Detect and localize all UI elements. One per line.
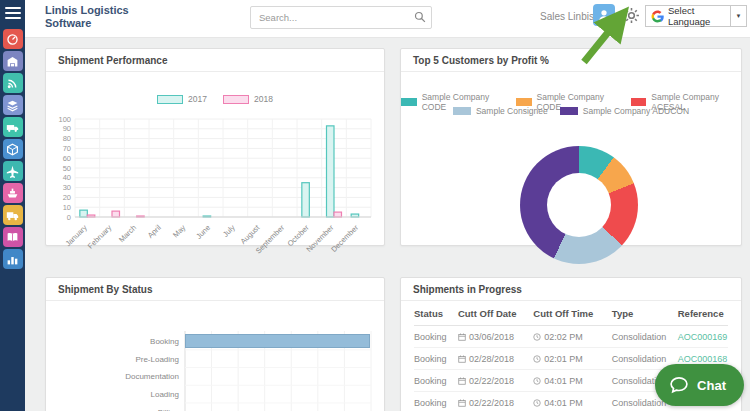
table-row: Booking03/06/201802:02 PMConsolidationAO… xyxy=(414,326,728,348)
table-cell: 02/28/2018 xyxy=(458,348,533,370)
svg-text:May: May xyxy=(171,223,188,240)
legend-swatch xyxy=(453,107,471,115)
clock-icon xyxy=(533,355,541,363)
panel-title: Shipment Performance xyxy=(46,49,384,72)
legend-item: 2017 xyxy=(157,94,207,104)
svg-text:April: April xyxy=(146,223,163,240)
svg-text:60: 60 xyxy=(63,154,71,163)
user-name-label: Sales Linbis xyxy=(540,11,594,22)
table-cell: 04:01 PM xyxy=(533,370,612,392)
panel-title: Shipments in Progress xyxy=(401,278,741,301)
top-customers-donut-chart: Sample Company CODESample Company CODESa… xyxy=(401,72,741,245)
panel-shipment-by-status: Shipment By Status BookingPre-LoadingDoc… xyxy=(45,277,385,411)
status-bar-Booking xyxy=(186,335,370,348)
svg-text:March: March xyxy=(117,223,138,244)
menu-hamburger-icon[interactable] xyxy=(5,7,21,19)
package-icon xyxy=(6,143,19,156)
app-title: Linbis Logistics Software xyxy=(45,4,129,30)
search-input[interactable] xyxy=(250,6,432,29)
svg-text:0: 0 xyxy=(67,213,71,222)
legend-swatch xyxy=(157,95,183,104)
ship-icon xyxy=(6,187,19,200)
dashboard-icon xyxy=(6,33,19,46)
bar-2017-November xyxy=(327,126,335,217)
table-cell: 02/22/2018 xyxy=(458,392,533,411)
legend-swatch xyxy=(401,98,417,106)
language-caret-icon[interactable]: ▼ xyxy=(730,6,746,26)
van-icon xyxy=(6,121,19,134)
search-icon[interactable] xyxy=(414,11,426,23)
panel-title: Top 5 Customers by Profit % xyxy=(401,49,741,72)
legend-swatch xyxy=(631,98,647,106)
chat-button[interactable]: Chat xyxy=(655,364,744,406)
donut-chart xyxy=(520,146,638,264)
svg-text:July: July xyxy=(221,223,237,239)
user-avatar[interactable] xyxy=(593,4,615,26)
sidebar-item-airplane[interactable] xyxy=(3,161,23,181)
column-header: Cutt Off Time xyxy=(533,301,612,326)
clock-icon xyxy=(533,333,541,341)
clock-icon xyxy=(533,399,541,407)
table-cell: Booking xyxy=(414,348,458,370)
table-cell: Booking xyxy=(414,392,458,411)
sidebar-item-layers[interactable] xyxy=(3,95,23,115)
bar-2018-February xyxy=(112,211,120,217)
table-cell: 03/06/2018 xyxy=(458,326,533,348)
svg-text:70: 70 xyxy=(63,144,71,153)
svg-text:30: 30 xyxy=(63,183,71,192)
bar-2018-November xyxy=(334,212,342,217)
svg-text:50: 50 xyxy=(63,164,71,173)
legend-swatch xyxy=(223,95,249,104)
language-selector[interactable]: Select Language ▼ xyxy=(645,5,747,27)
calendar-icon xyxy=(458,377,466,385)
bar-2017-January xyxy=(80,210,88,217)
svg-text:10: 10 xyxy=(63,203,71,212)
table-cell: AOC000169 xyxy=(678,326,728,348)
sidebar-item-dashboard[interactable] xyxy=(3,29,23,49)
sidebar-item-book[interactable] xyxy=(3,227,23,247)
table-cell: 02:02 PM xyxy=(533,326,612,348)
warehouse-icon xyxy=(6,55,19,68)
svg-text:June: June xyxy=(194,223,212,241)
svg-text:February: February xyxy=(86,223,114,251)
sidebar-item-chart[interactable] xyxy=(3,249,23,269)
sidebar-item-truck[interactable] xyxy=(3,205,23,225)
sidebar-item-wireless[interactable] xyxy=(3,73,23,93)
sidebar-item-ship[interactable] xyxy=(3,183,23,203)
person-icon xyxy=(597,8,611,22)
wireless-icon xyxy=(6,77,19,90)
legend-label: Sample Consignee xyxy=(476,106,548,116)
sidebar-item-package[interactable] xyxy=(3,139,23,159)
settings-gear-icon[interactable] xyxy=(623,7,640,28)
legend-item: Sample Company ADUCON xyxy=(560,106,689,116)
chart-legend: Sample ConsigneeSample Company ADUCON xyxy=(401,106,741,116)
calendar-icon xyxy=(458,333,466,341)
sidebar-item-warehouse[interactable] xyxy=(3,51,23,71)
sidebar-item-van[interactable] xyxy=(3,117,23,137)
shipment-status-chart: BookingPre-LoadingDocumentationLoadingBi… xyxy=(46,301,384,411)
google-logo-icon xyxy=(651,10,664,23)
svg-text:Loading: Loading xyxy=(151,390,179,399)
table-cell: Booking xyxy=(414,326,458,348)
shipment-performance-chart: 201720180102030405060708090100JanuaryFeb… xyxy=(46,72,384,245)
panel-title: Shipment By Status xyxy=(46,278,384,301)
column-header: Reference xyxy=(678,301,728,326)
table-header-row: StatusCutt Off DateCutt Off TimeTypeRefe… xyxy=(414,301,728,326)
legend-label: 2017 xyxy=(188,94,207,104)
svg-text:80: 80 xyxy=(63,134,71,143)
svg-text:Pre-Loading: Pre-Loading xyxy=(135,355,179,364)
legend-label: 2018 xyxy=(254,94,273,104)
reference-link[interactable]: AOC000168 xyxy=(678,354,728,364)
airplane-icon xyxy=(6,165,19,178)
language-selector-label: Select Language xyxy=(668,5,730,27)
chart-icon xyxy=(6,253,19,266)
table-cell: 02/22/2018 xyxy=(458,370,533,392)
panel-shipment-performance: Shipment Performance 2017201801020304050… xyxy=(45,48,385,246)
svg-text:Documentation: Documentation xyxy=(125,372,179,381)
svg-text:100: 100 xyxy=(58,115,71,124)
reference-link[interactable]: AOC000169 xyxy=(678,332,728,342)
table-cell: Consolidation xyxy=(612,326,678,348)
svg-text:August: August xyxy=(239,222,263,246)
legend-item: Sample Consignee xyxy=(453,106,548,116)
legend-swatch xyxy=(560,107,578,115)
